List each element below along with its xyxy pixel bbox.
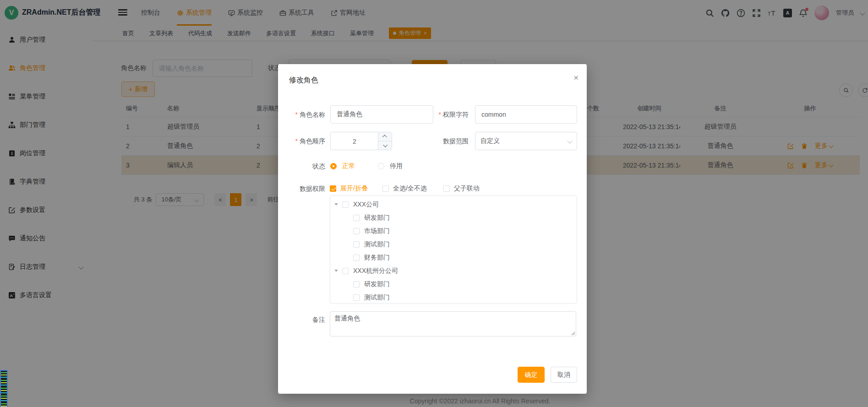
chevron-up-icon bbox=[382, 135, 387, 139]
role-order-input[interactable] bbox=[331, 132, 378, 151]
remark-value: 普通角色 bbox=[334, 315, 360, 322]
required-star: * bbox=[439, 111, 441, 118]
required-star: * bbox=[295, 111, 298, 118]
radio-disabled[interactable] bbox=[378, 163, 384, 169]
remark-textarea[interactable]: 普通角色 bbox=[330, 311, 576, 336]
radio-normal[interactable] bbox=[330, 163, 337, 169]
tree-node-checkbox[interactable] bbox=[353, 294, 360, 301]
role-name-label: *角色名称 bbox=[278, 105, 325, 124]
radio-normal-label: 正常 bbox=[342, 162, 355, 170]
tree-node[interactable]: 测试部门 bbox=[330, 291, 577, 304]
tree-node-checkbox[interactable] bbox=[353, 228, 360, 234]
tree-node-checkbox[interactable] bbox=[353, 281, 360, 288]
cancel-label: 取消 bbox=[557, 371, 570, 379]
chevron-down-icon bbox=[383, 143, 388, 147]
tree-node[interactable]: 研发部门 bbox=[330, 211, 577, 224]
department-tree: XXX公司 研发部门 市场部门 测试部门 财务部门 XXX杭州分公司 研发部门 bbox=[330, 195, 577, 304]
tree-node[interactable]: XXX杭州分公司 bbox=[330, 264, 577, 277]
dialog-title: 修改角色 bbox=[289, 76, 318, 85]
stepper-down-button[interactable] bbox=[378, 141, 392, 150]
tree-node-checkbox[interactable] bbox=[353, 255, 360, 261]
tree-node-label: 市场部门 bbox=[364, 227, 390, 235]
expand-collapse-label: 展开/折叠 bbox=[340, 185, 368, 193]
role-order-stepper bbox=[330, 132, 392, 150]
tree-expand-icon[interactable] bbox=[334, 203, 338, 206]
tree-node-label: XXX杭州分公司 bbox=[353, 267, 398, 275]
tree-node[interactable]: 测试部门 bbox=[330, 238, 577, 251]
required-star: * bbox=[295, 137, 298, 145]
tree-node-checkbox[interactable] bbox=[353, 241, 360, 248]
tree-node[interactable]: XXX公司 bbox=[330, 198, 577, 211]
tree-node-label: 财务部门 bbox=[364, 254, 390, 262]
expand-collapse-checkbox[interactable] bbox=[330, 185, 336, 192]
tree-node[interactable]: 市场部门 bbox=[330, 224, 577, 238]
role-order-label: *角色顺序 bbox=[278, 132, 325, 150]
perm-char-input-wrap bbox=[475, 105, 577, 124]
data-scope-select[interactable]: 自定义 bbox=[475, 132, 577, 150]
tree-node-checkbox[interactable] bbox=[353, 215, 360, 221]
tree-node-checkbox[interactable] bbox=[342, 268, 349, 274]
data-permission-label: 数据权限 bbox=[278, 180, 325, 197]
tree-node-label: 测试部门 bbox=[364, 293, 390, 302]
chevron-down-icon bbox=[567, 138, 572, 143]
edit-role-dialog: 修改角色 × *角色名称 *权限字符 *角色顺序 数据范围 自定义 状态 正常 … bbox=[278, 64, 587, 394]
tree-node[interactable]: 研发部门 bbox=[330, 277, 577, 291]
tree-node-checkbox[interactable] bbox=[342, 201, 349, 208]
tree-option-checkboxes: 展开/折叠 全选/全不选 父子联动 bbox=[330, 180, 480, 197]
stepper-up-button[interactable] bbox=[378, 132, 392, 141]
tree-node-label: 测试部门 bbox=[364, 240, 390, 249]
data-scope-label: 数据范围 bbox=[421, 132, 469, 150]
remark-label: 备注 bbox=[278, 315, 325, 324]
tree-node-label: 研发部门 bbox=[364, 214, 390, 222]
tree-node[interactable]: 财务部门 bbox=[330, 251, 577, 264]
perm-char-label: *权限字符 bbox=[421, 105, 469, 124]
parent-child-link-checkbox[interactable] bbox=[443, 185, 450, 192]
perm-char-input[interactable] bbox=[480, 110, 572, 119]
confirm-label: 确定 bbox=[525, 371, 538, 379]
radio-disabled-label: 停用 bbox=[390, 162, 403, 170]
role-name-input[interactable] bbox=[336, 110, 428, 119]
data-scope-value: 自定义 bbox=[480, 137, 500, 145]
resize-handle-icon[interactable] bbox=[571, 331, 575, 335]
cancel-button[interactable]: 取消 bbox=[551, 367, 577, 383]
close-icon[interactable]: × bbox=[573, 73, 579, 82]
confirm-button[interactable]: 确定 bbox=[518, 367, 545, 383]
parent-child-link-label: 父子联动 bbox=[454, 185, 480, 193]
stats-widget[interactable] bbox=[0, 370, 8, 407]
status-radio-group: 正常 停用 bbox=[330, 157, 403, 175]
status-label: 状态 bbox=[278, 157, 325, 175]
role-name-input-wrap bbox=[330, 105, 433, 124]
select-all-label: 全选/全不选 bbox=[393, 185, 427, 193]
select-all-checkbox[interactable] bbox=[382, 185, 389, 192]
tree-node-label: XXX公司 bbox=[353, 201, 379, 209]
tree-node-label: 研发部门 bbox=[364, 280, 390, 288]
tree-expand-icon[interactable] bbox=[334, 270, 338, 272]
